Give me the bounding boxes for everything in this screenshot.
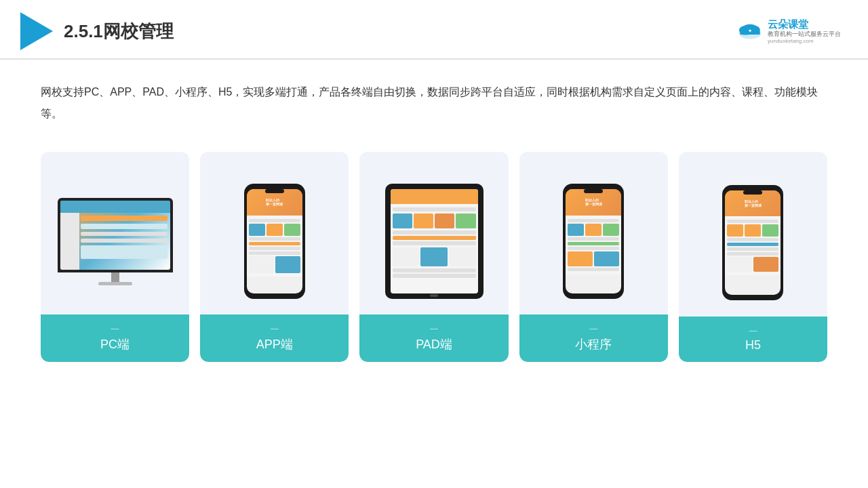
app-phone-card xyxy=(249,224,265,236)
mp-card xyxy=(603,224,619,236)
h5-row xyxy=(727,238,778,241)
pad-tablet-outer xyxy=(385,184,484,299)
h5-phone-bottom xyxy=(725,216,781,275)
pad-row xyxy=(393,236,476,240)
devices-container: PC端 职达人的第一堂网课 xyxy=(41,152,827,362)
pad-card-row xyxy=(393,214,476,228)
pc-stand xyxy=(111,272,119,282)
app-phone-card-row xyxy=(249,224,300,236)
mp-card xyxy=(594,251,619,266)
pc-label-text: PC端 xyxy=(100,338,130,351)
description-text: 网校支持PC、APP、PAD、小程序、H5，实现多端打通，产品各终端自由切换，数… xyxy=(41,81,827,125)
h5-device-mockup: 职达人的第一堂网课 xyxy=(687,168,819,317)
header: 2.5.1网校管理 ✦ 云朵课堂 教育机构一站式服务云平台 yunduoketa… xyxy=(0,0,868,60)
pc-screen-main xyxy=(81,213,170,270)
pc-screen-outer xyxy=(58,198,173,272)
pc-screen-inner xyxy=(60,201,170,270)
pad-card xyxy=(414,214,433,228)
pad-row xyxy=(393,268,476,272)
phone-notch xyxy=(265,189,284,193)
miniprogram-phone-title: 职达人的第一堂网课 xyxy=(585,198,602,206)
h5-card xyxy=(727,257,752,272)
pc-screen-sidebar xyxy=(60,213,79,270)
app-phone-card xyxy=(284,224,300,236)
app-device-mockup: 职达人的第一堂网课 xyxy=(208,168,340,314)
h5-card xyxy=(745,224,761,237)
app-phone-mockup: 职达人的第一堂网课 xyxy=(244,184,305,299)
mp-card xyxy=(585,224,601,236)
pad-label: PAD端 xyxy=(359,314,508,362)
h5-row xyxy=(727,243,778,246)
pad-tablet-mockup xyxy=(385,184,484,299)
app-phone-card xyxy=(275,256,300,273)
mp-row xyxy=(568,219,619,222)
device-card-pad: PAD端 xyxy=(359,152,508,362)
mp-row xyxy=(568,242,619,245)
h5-card-row2 xyxy=(727,257,778,272)
device-card-pc: PC端 xyxy=(41,152,189,362)
pc-device-mockup xyxy=(49,168,181,314)
device-card-app: 职达人的第一堂网课 xyxy=(200,152,349,362)
logo-triangle-icon xyxy=(20,12,53,50)
h5-row xyxy=(727,220,778,223)
pc-mockup xyxy=(58,198,173,285)
pad-row xyxy=(393,274,476,278)
device-card-h5: 职达人的第一堂网课 xyxy=(679,152,827,362)
phone-notch-3 xyxy=(743,190,762,195)
tablet-home-btn xyxy=(430,294,438,297)
app-phone-screen: 职达人的第一堂网课 xyxy=(247,189,302,293)
h5-phone-mockup: 职达人的第一堂网课 xyxy=(722,185,783,300)
app-phone-row xyxy=(249,219,300,222)
pad-card xyxy=(420,247,448,266)
pc-label: PC端 xyxy=(41,314,189,362)
miniprogram-phone-mockup: 职达人的第一堂网课 xyxy=(563,184,624,299)
pc-screen-bar xyxy=(60,201,170,213)
miniprogram-phone-outer: 职达人的第一堂网课 xyxy=(563,184,624,299)
page-title: 2.5.1网校管理 xyxy=(64,20,174,43)
mp-row xyxy=(568,268,619,271)
h5-card xyxy=(727,224,743,237)
pad-screen-body xyxy=(391,204,478,281)
main-content: 网校支持PC、APP、PAD、小程序、H5，实现多端打通，产品各终端自由切换，数… xyxy=(0,60,868,375)
h5-label: H5 xyxy=(679,317,827,362)
mp-row xyxy=(568,247,619,250)
brand-name: 云朵课堂 xyxy=(768,18,808,30)
h5-row xyxy=(727,247,778,251)
pc-content-row xyxy=(81,232,167,236)
app-phone-title: 职达人的第一堂网课 xyxy=(266,198,283,206)
svg-text:✦: ✦ xyxy=(748,28,752,33)
pad-card-row2 xyxy=(393,247,476,266)
app-label-text: APP端 xyxy=(256,338,293,351)
phone-notch-2 xyxy=(584,189,603,193)
pc-content-row xyxy=(81,239,167,243)
mp-card xyxy=(568,251,593,266)
pad-card xyxy=(393,214,412,228)
h5-phone-title: 职达人的第一堂网课 xyxy=(745,199,762,207)
pc-base xyxy=(98,282,132,285)
app-phone-row xyxy=(249,251,300,255)
app-phone-outer: 职达人的第一堂网课 xyxy=(244,184,305,299)
h5-card xyxy=(753,257,778,272)
mp-card-row2 xyxy=(568,251,619,266)
mp-row xyxy=(568,237,619,241)
h5-phone-screen: 职达人的第一堂网课 xyxy=(725,190,781,295)
pc-content-row xyxy=(81,224,167,229)
mp-card xyxy=(568,224,584,236)
cloud-icon: ✦ xyxy=(736,21,764,41)
h5-card xyxy=(762,224,778,237)
pad-row xyxy=(393,230,476,235)
h5-label-text: H5 xyxy=(745,338,761,352)
app-phone-card xyxy=(249,256,274,273)
mp-card-row xyxy=(568,224,619,236)
pad-tablet-screen xyxy=(391,189,478,293)
pad-device-mockup xyxy=(368,168,500,314)
app-phone-row xyxy=(249,237,300,241)
device-card-miniprogram: 职达人的第一堂网课 xyxy=(519,152,668,362)
miniprogram-phone-screen: 职达人的第一堂网课 xyxy=(566,189,621,293)
miniprogram-phone-bottom xyxy=(566,216,621,274)
app-phone-bottom xyxy=(247,216,302,277)
brand-text: 云朵课堂 教育机构一站式服务云平台 yunduoketang.com xyxy=(768,18,841,44)
pad-row xyxy=(393,241,476,245)
miniprogram-label: 小程序 xyxy=(519,314,668,362)
app-phone-row xyxy=(249,247,300,250)
